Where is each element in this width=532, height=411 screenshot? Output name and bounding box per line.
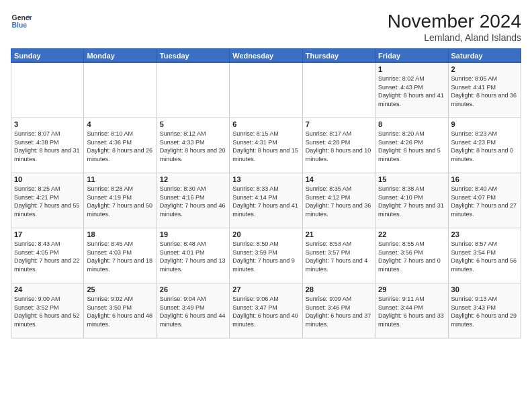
day-number: 20 [232, 230, 299, 238]
month-title: November 2024 [388, 11, 521, 32]
day-number: 22 [378, 230, 445, 238]
calendar-cell: 11Sunrise: 8:28 AM Sunset: 4:19 PM Dayli… [84, 173, 157, 228]
calendar-cell: 24Sunrise: 9:00 AM Sunset: 3:52 PM Dayli… [11, 283, 84, 338]
day-number: 7 [306, 120, 372, 128]
day-number: 3 [14, 120, 81, 128]
day-info: Sunrise: 8:15 AM Sunset: 4:31 PM Dayligh… [232, 130, 299, 163]
week-row-2: 10Sunrise: 8:25 AM Sunset: 4:21 PM Dayli… [11, 173, 521, 228]
day-number: 30 [451, 285, 518, 293]
calendar-cell: 19Sunrise: 8:48 AM Sunset: 4:01 PM Dayli… [157, 228, 229, 283]
title-section: November 2024 Lemland, Aland Islands [388, 11, 521, 43]
calendar-cell: 9Sunrise: 8:23 AM Sunset: 4:23 PM Daylig… [448, 118, 521, 173]
day-number: 10 [14, 175, 81, 183]
calendar-cell: 2Sunrise: 8:05 AM Sunset: 4:41 PM Daylig… [448, 63, 521, 118]
calendar-cell: 18Sunrise: 8:45 AM Sunset: 4:03 PM Dayli… [84, 228, 157, 283]
day-number: 16 [451, 175, 518, 183]
day-info: Sunrise: 8:35 AM Sunset: 4:12 PM Dayligh… [306, 185, 372, 218]
calendar-cell [84, 63, 157, 118]
day-info: Sunrise: 8:57 AM Sunset: 3:54 PM Dayligh… [451, 240, 518, 273]
calendar-cell: 29Sunrise: 9:11 AM Sunset: 3:44 PM Dayli… [375, 283, 448, 338]
day-info: Sunrise: 8:17 AM Sunset: 4:28 PM Dayligh… [306, 130, 372, 163]
day-number: 6 [232, 120, 299, 128]
header-saturday: Saturday [448, 49, 521, 63]
day-number: 18 [87, 230, 153, 238]
day-info: Sunrise: 9:11 AM Sunset: 3:44 PM Dayligh… [378, 295, 445, 328]
calendar-cell: 21Sunrise: 8:53 AM Sunset: 3:57 PM Dayli… [302, 228, 375, 283]
header-row: Sunday Monday Tuesday Wednesday Thursday… [11, 49, 521, 63]
day-info: Sunrise: 9:04 AM Sunset: 3:49 PM Dayligh… [160, 295, 226, 328]
day-info: Sunrise: 8:40 AM Sunset: 4:07 PM Dayligh… [451, 185, 518, 218]
day-number: 21 [306, 230, 372, 238]
calendar-cell [157, 63, 229, 118]
day-info: Sunrise: 8:05 AM Sunset: 4:41 PM Dayligh… [451, 75, 518, 108]
calendar-cell [302, 63, 375, 118]
day-number: 4 [87, 120, 153, 128]
calendar-cell: 15Sunrise: 8:38 AM Sunset: 4:10 PM Dayli… [375, 173, 448, 228]
day-info: Sunrise: 8:45 AM Sunset: 4:03 PM Dayligh… [87, 240, 153, 273]
day-number: 25 [87, 285, 153, 293]
day-number: 5 [160, 120, 226, 128]
day-number: 24 [14, 285, 81, 293]
day-number: 27 [232, 285, 299, 293]
calendar-page: General Blue November 2024 Lemland, Alan… [0, 0, 532, 411]
calendar-cell: 22Sunrise: 8:55 AM Sunset: 3:56 PM Dayli… [375, 228, 448, 283]
day-number: 23 [451, 230, 518, 238]
calendar-cell [230, 63, 302, 118]
header-monday: Monday [84, 49, 157, 63]
day-number: 15 [378, 175, 445, 183]
day-info: Sunrise: 8:55 AM Sunset: 3:56 PM Dayligh… [378, 240, 445, 273]
calendar-cell [11, 63, 84, 118]
day-number: 2 [451, 65, 518, 73]
calendar-cell: 14Sunrise: 8:35 AM Sunset: 4:12 PM Dayli… [302, 173, 375, 228]
calendar-cell: 25Sunrise: 9:02 AM Sunset: 3:50 PM Dayli… [84, 283, 157, 338]
svg-text:Blue: Blue [12, 21, 28, 29]
header-wednesday: Wednesday [230, 49, 302, 63]
calendar-body: 1Sunrise: 8:02 AM Sunset: 4:43 PM Daylig… [11, 63, 521, 338]
day-number: 8 [378, 120, 445, 128]
calendar-cell: 17Sunrise: 8:43 AM Sunset: 4:05 PM Dayli… [11, 228, 84, 283]
day-info: Sunrise: 8:48 AM Sunset: 4:01 PM Dayligh… [160, 240, 226, 273]
week-row-0: 1Sunrise: 8:02 AM Sunset: 4:43 PM Daylig… [11, 63, 521, 118]
day-info: Sunrise: 8:20 AM Sunset: 4:26 PM Dayligh… [378, 130, 445, 163]
logo-icon: General Blue [11, 11, 32, 32]
location-subtitle: Lemland, Aland Islands [388, 32, 521, 43]
day-info: Sunrise: 8:02 AM Sunset: 4:43 PM Dayligh… [378, 75, 445, 108]
day-info: Sunrise: 9:13 AM Sunset: 3:43 PM Dayligh… [451, 295, 518, 328]
calendar-cell: 20Sunrise: 8:50 AM Sunset: 3:59 PM Dayli… [230, 228, 302, 283]
day-info: Sunrise: 9:02 AM Sunset: 3:50 PM Dayligh… [87, 295, 153, 328]
week-row-1: 3Sunrise: 8:07 AM Sunset: 4:38 PM Daylig… [11, 118, 521, 173]
day-info: Sunrise: 8:23 AM Sunset: 4:23 PM Dayligh… [451, 130, 518, 163]
header-friday: Friday [375, 49, 448, 63]
day-number: 12 [160, 175, 226, 183]
day-info: Sunrise: 8:25 AM Sunset: 4:21 PM Dayligh… [14, 185, 81, 218]
day-number: 19 [160, 230, 226, 238]
logo: General Blue [11, 11, 32, 32]
calendar-cell: 10Sunrise: 8:25 AM Sunset: 4:21 PM Dayli… [11, 173, 84, 228]
day-number: 28 [306, 285, 372, 293]
calendar-cell: 16Sunrise: 8:40 AM Sunset: 4:07 PM Dayli… [448, 173, 521, 228]
header-tuesday: Tuesday [157, 49, 229, 63]
day-info: Sunrise: 8:43 AM Sunset: 4:05 PM Dayligh… [14, 240, 81, 273]
day-info: Sunrise: 9:06 AM Sunset: 3:47 PM Dayligh… [232, 295, 299, 328]
day-info: Sunrise: 8:28 AM Sunset: 4:19 PM Dayligh… [87, 185, 153, 218]
calendar-cell: 6Sunrise: 8:15 AM Sunset: 4:31 PM Daylig… [230, 118, 302, 173]
calendar-cell: 23Sunrise: 8:57 AM Sunset: 3:54 PM Dayli… [448, 228, 521, 283]
day-number: 13 [232, 175, 299, 183]
day-number: 14 [306, 175, 372, 183]
day-info: Sunrise: 8:53 AM Sunset: 3:57 PM Dayligh… [306, 240, 372, 273]
header: General Blue November 2024 Lemland, Alan… [11, 11, 521, 43]
header-sunday: Sunday [11, 49, 84, 63]
day-info: Sunrise: 8:30 AM Sunset: 4:16 PM Dayligh… [160, 185, 226, 218]
day-number: 26 [160, 285, 226, 293]
calendar-cell: 27Sunrise: 9:06 AM Sunset: 3:47 PM Dayli… [230, 283, 302, 338]
header-thursday: Thursday [302, 49, 375, 63]
day-number: 9 [451, 120, 518, 128]
day-info: Sunrise: 9:00 AM Sunset: 3:52 PM Dayligh… [14, 295, 81, 328]
day-number: 17 [14, 230, 81, 238]
calendar-cell: 12Sunrise: 8:30 AM Sunset: 4:16 PM Dayli… [157, 173, 229, 228]
calendar-cell: 5Sunrise: 8:12 AM Sunset: 4:33 PM Daylig… [157, 118, 229, 173]
day-number: 29 [378, 285, 445, 293]
day-info: Sunrise: 8:10 AM Sunset: 4:36 PM Dayligh… [87, 130, 153, 163]
week-row-4: 24Sunrise: 9:00 AM Sunset: 3:52 PM Dayli… [11, 283, 521, 338]
day-info: Sunrise: 8:33 AM Sunset: 4:14 PM Dayligh… [232, 185, 299, 218]
